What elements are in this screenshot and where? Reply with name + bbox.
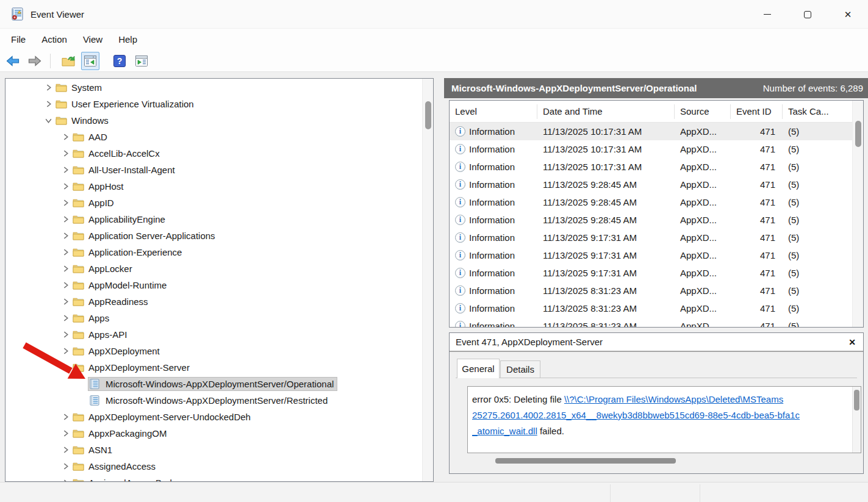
tree-item[interactable]: AppLocker xyxy=(5,260,433,277)
menu-file[interactable]: File xyxy=(11,34,26,45)
tree-item[interactable]: Windows xyxy=(5,112,433,129)
message-scrollbar-thumb[interactable] xyxy=(854,390,859,411)
event-row[interactable]: iInformation 11/13/2025 9:17:31 AM AppXD… xyxy=(450,264,852,282)
forward-button[interactable] xyxy=(26,52,44,70)
tree-item[interactable]: AppXDeployment-Server-UndockedDeh xyxy=(5,409,433,425)
chevron-collapsed-icon[interactable] xyxy=(42,82,54,94)
export-button[interactable] xyxy=(59,52,77,70)
chevron-collapsed-icon[interactable] xyxy=(42,98,54,110)
menu-action[interactable]: Action xyxy=(41,34,67,45)
tree-item-label: AppLocker xyxy=(88,264,132,274)
tree-item[interactable]: User Experience Virtualization xyxy=(5,96,433,112)
tree-item-label: AppXDeployment-Server-UndockedDeh xyxy=(88,412,251,422)
tree-item[interactable]: System xyxy=(5,79,433,96)
event-row[interactable]: iInformation 11/13/2025 8:31:23 AM AppXD… xyxy=(450,282,852,299)
chevron-collapsed-icon[interactable] xyxy=(59,246,71,259)
tree-item[interactable]: AppXDeployment xyxy=(5,343,433,359)
chevron-collapsed-icon[interactable] xyxy=(59,164,71,176)
event-row[interactable]: iInformation 11/13/2025 10:17:31 AM AppX… xyxy=(450,140,852,158)
tree-item[interactable]: Application-Experience xyxy=(5,244,433,260)
column-header-task[interactable]: Task Ca... xyxy=(783,104,852,119)
chevron-collapsed-icon[interactable] xyxy=(59,263,71,275)
tree-item[interactable]: AppxPackagingOM xyxy=(5,425,433,442)
tree-scrollbar[interactable] xyxy=(422,79,433,481)
column-header-datetime[interactable]: Date and Time xyxy=(537,104,675,119)
tree-item[interactable]: AssignedAccess xyxy=(5,458,433,475)
toggle-console-tree-button[interactable] xyxy=(81,52,99,70)
tree-item-label: Apps-API xyxy=(88,329,127,340)
events-scrollbar-thumb[interactable] xyxy=(855,121,861,147)
minimize-button[interactable] xyxy=(747,0,787,29)
events-scrollbar[interactable] xyxy=(852,101,863,327)
tab-details[interactable]: Details xyxy=(500,360,540,378)
tree-item[interactable]: Apps xyxy=(5,310,433,326)
back-button[interactable] xyxy=(4,52,22,70)
chevron-collapsed-icon[interactable] xyxy=(59,461,71,473)
event-row[interactable]: iInformation 11/13/2025 9:17:31 AM AppXD… xyxy=(450,246,852,264)
chevron-expanded-icon[interactable] xyxy=(59,362,71,374)
tab-general[interactable]: General xyxy=(457,359,500,378)
tree-item[interactable]: AAD xyxy=(5,129,433,145)
message-scrollbar[interactable] xyxy=(852,387,861,453)
tree-item[interactable]: All-User-Install-Agent xyxy=(5,162,433,178)
file-path-link[interactable]: 25275.2601.4002.2815_x64__8wekyb3d8bbweb… xyxy=(472,410,800,420)
tree-item[interactable]: ApplicabilityEngine xyxy=(5,211,433,228)
event-row[interactable]: iInformation 11/13/2025 9:17:31 AM AppXD… xyxy=(450,229,852,246)
maximize-button[interactable] xyxy=(787,0,828,29)
tree-item[interactable]: AppReadiness xyxy=(5,293,433,310)
help-button[interactable]: ? xyxy=(110,52,129,70)
chevron-collapsed-icon[interactable] xyxy=(59,131,71,143)
chevron-expanded-icon[interactable] xyxy=(42,115,54,127)
toggle-action-pane-button[interactable] xyxy=(132,52,151,70)
chevron-collapsed-icon[interactable] xyxy=(59,181,71,193)
chevron-collapsed-icon[interactable] xyxy=(59,444,71,456)
tree-item[interactable]: AppID xyxy=(5,195,433,211)
column-header-eventid[interactable]: Event ID xyxy=(731,104,783,119)
tree-scrollbar-thumb[interactable] xyxy=(425,101,431,129)
event-row[interactable]: iInformation 11/13/2025 9:28:45 AM AppXD… xyxy=(450,193,852,211)
chevron-collapsed-icon[interactable] xyxy=(59,296,71,308)
tree-item[interactable]: AppHost xyxy=(5,178,433,195)
message-suffix: failed. xyxy=(537,426,564,436)
column-header-level[interactable]: Level xyxy=(450,104,537,119)
close-icon: ✕ xyxy=(844,9,852,20)
column-header-source[interactable]: Source xyxy=(675,104,731,119)
chevron-collapsed-icon[interactable] xyxy=(59,345,71,357)
tree-item[interactable]: AccelLib-AccelCx xyxy=(5,145,433,162)
tree-item-selected[interactable]: Microsoft-Windows-AppXDeploymentServer/O… xyxy=(5,376,433,392)
tree-item-label: AppxPackagingOM xyxy=(88,428,167,439)
tree-item[interactable]: AppXDeployment-Server xyxy=(5,359,433,376)
file-path-link[interactable]: \\?\C:\Program Files\WindowsApps\Deleted… xyxy=(564,394,783,404)
chevron-collapsed-icon[interactable] xyxy=(59,329,71,341)
menu-help[interactable]: Help xyxy=(118,34,137,45)
menu-view[interactable]: View xyxy=(83,34,102,45)
event-row[interactable]: iInformation 11/13/2025 10:17:31 AM AppX… xyxy=(450,123,852,140)
chevron-collapsed-icon[interactable] xyxy=(59,197,71,209)
event-row[interactable]: iInformation 11/13/2025 9:28:45 AM AppXD… xyxy=(450,176,852,193)
event-row[interactable]: iInformation 11/13/2025 8:31:23 AM AppXD… xyxy=(450,299,852,317)
chevron-collapsed-icon[interactable] xyxy=(59,230,71,242)
tree-item[interactable]: AssignedAccessBroker xyxy=(5,475,433,482)
chevron-collapsed-icon[interactable] xyxy=(59,312,71,325)
tree-item[interactable]: ASN1 xyxy=(5,442,433,458)
tree-item-label: AssignedAccessBroker xyxy=(88,478,182,482)
message-hscrollbar-thumb[interactable] xyxy=(495,458,676,464)
chevron-collapsed-icon[interactable] xyxy=(59,148,71,160)
event-row[interactable]: iInformation 11/13/2025 8:31:23 AM AppXD… xyxy=(450,317,852,327)
tree-item[interactable]: Apps-API xyxy=(5,326,433,343)
tree-item[interactable]: AppModel-Runtime xyxy=(5,277,433,293)
chevron-collapsed-icon[interactable] xyxy=(59,477,71,482)
chevron-collapsed-icon[interactable] xyxy=(59,428,71,440)
event-row[interactable]: iInformation 11/13/2025 9:28:45 AM AppXD… xyxy=(450,211,852,229)
close-button[interactable]: ✕ xyxy=(828,0,868,29)
tree-item[interactable]: Application Server-Applications xyxy=(5,228,433,244)
chevron-collapsed-icon[interactable] xyxy=(59,279,71,292)
chevron-collapsed-icon[interactable] xyxy=(59,411,71,423)
file-path-link[interactable]: _atomic_wait.dll xyxy=(472,426,537,436)
preview-close-icon[interactable]: ✕ xyxy=(848,337,856,347)
event-row[interactable]: iInformation 11/13/2025 10:17:31 AM AppX… xyxy=(450,158,852,176)
chevron-collapsed-icon[interactable] xyxy=(59,213,71,226)
events-pane-title: Microsoft-Windows-AppXDeploymentServer/O… xyxy=(451,83,697,93)
tree-item[interactable]: Microsoft-Windows-AppXDeploymentServer/R… xyxy=(5,392,433,409)
event-message-box[interactable]: error 0x5: Deleting file \\?\C:\Program … xyxy=(467,386,861,453)
